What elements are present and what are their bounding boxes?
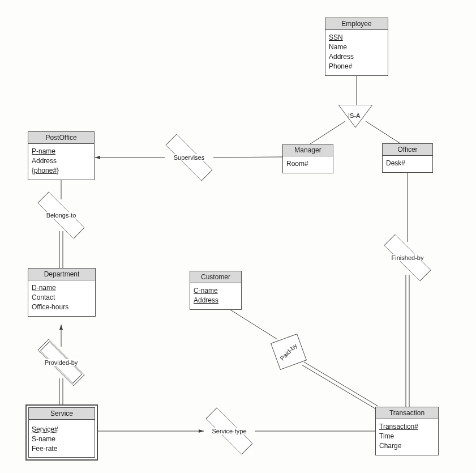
attr-postoffice-address: Address: [32, 157, 91, 165]
entity-officer: Officer Desk#: [382, 143, 433, 173]
attr-employee-address: Address: [329, 53, 384, 61]
attr-customer-cname: C-name: [194, 287, 238, 295]
attr-transaction-time: Time: [379, 432, 435, 441]
entity-service-title: Service: [28, 407, 95, 420]
entity-manager-title: Manager: [283, 144, 333, 156]
attr-service-sname: S-name: [32, 435, 92, 444]
entity-service: Service Service# S-name Fee-rate: [25, 404, 98, 461]
attr-manager-room: Room#: [286, 160, 329, 168]
entity-transaction: Transaction Transaction# Time Charge: [375, 407, 439, 455]
entity-postoffice-title: PostOffice: [28, 132, 94, 144]
entity-customer-title: Customer: [190, 271, 241, 283]
entity-postoffice: PostOffice P-name Address {phone#}: [28, 131, 95, 180]
rel-paid-by: Paid-by: [271, 334, 307, 370]
attr-customer-address: Address: [194, 296, 238, 305]
svg-line-17: [304, 362, 378, 406]
attr-service-num: Service#: [32, 425, 92, 434]
attr-postoffice-phone: {phone#}: [32, 167, 91, 175]
entity-transaction-title: Transaction: [376, 407, 438, 419]
attr-service-fee: Fee-rate: [32, 445, 92, 453]
attr-transaction-num: Transaction#: [379, 423, 435, 431]
entity-department-title: Department: [28, 269, 95, 280]
svg-line-3: [213, 157, 282, 157]
attr-postoffice-pname: P-name: [32, 147, 91, 156]
entity-department: Department D-name Contact Office-hours: [28, 268, 96, 317]
attr-employee-phone: Phone#: [329, 62, 384, 71]
attr-department-contact: Contact: [32, 293, 92, 302]
entity-manager: Manager Room#: [282, 144, 333, 173]
attr-employee-name: Name: [329, 43, 384, 52]
rel-provided-by: Provided-by: [36, 348, 87, 377]
rel-service-type: Service-type: [204, 417, 255, 445]
rel-supervises: Supervises: [164, 143, 215, 172]
entity-employee: Employee SSN Name Address Phone#: [325, 18, 388, 76]
entity-employee-title: Employee: [325, 18, 388, 30]
attr-employee-ssn: SSN: [329, 33, 384, 42]
attr-department-hours: Office-hours: [32, 303, 92, 312]
svg-line-18: [224, 306, 277, 339]
entity-customer: Customer C-name Address: [190, 271, 242, 310]
isa-label: IS-A: [348, 112, 360, 119]
rel-belongs-to: Belongs-to: [36, 201, 87, 229]
entity-officer-title: Officer: [383, 144, 432, 156]
rel-finished-by: Finished-by: [382, 244, 433, 272]
attr-officer-desk: Desk#: [386, 159, 429, 168]
attr-transaction-charge: Charge: [379, 442, 435, 450]
attr-department-dname: D-name: [32, 284, 92, 292]
svg-line-16: [302, 365, 376, 409]
